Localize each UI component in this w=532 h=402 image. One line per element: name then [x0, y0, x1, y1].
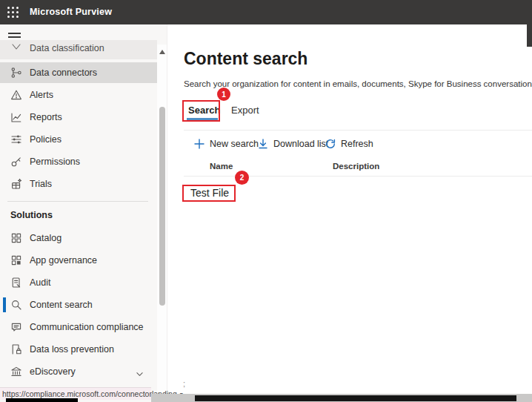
sidebar-item-label: Data connectors	[30, 67, 97, 78]
grid-icon	[10, 232, 22, 244]
chevron-down-icon[interactable]	[136, 368, 144, 381]
sidebar-item-ediscovery[interactable]: eDiscovery	[0, 361, 157, 382]
page-subtitle: Search your organization for content in …	[184, 79, 532, 88]
data-connectors-icon	[10, 67, 22, 79]
refresh-icon	[325, 138, 336, 150]
sidebar-item-label: Audit	[30, 277, 51, 288]
sidebar-item-label: App governance	[30, 255, 97, 266]
topbar: Microsoft Purview	[0, 0, 532, 24]
column-header-name[interactable]: Name	[210, 162, 233, 171]
sidebar-item-catalog[interactable]: Catalog	[0, 228, 157, 248]
annotation-box-test-file	[182, 185, 236, 202]
sidebar-item-data-loss-prevention[interactable]: Data loss prevention	[0, 339, 157, 360]
sidebar-item-audit[interactable]: Audit	[0, 272, 157, 293]
ediscovery-building-icon	[10, 366, 22, 378]
scroll-up-arrow-icon[interactable]	[159, 50, 165, 54]
app-launcher-icon[interactable]	[4, 4, 21, 21]
content-area: Content search Search your organization …	[167, 24, 532, 394]
sidebar-item-label: Communication compliance	[30, 322, 144, 332]
selected-indicator	[3, 297, 6, 312]
sliders-icon	[10, 134, 22, 145]
sidebar-item-reports[interactable]: Reports	[0, 107, 157, 128]
alert-triangle-icon	[10, 89, 22, 101]
annotation-step-1-badge: 1	[217, 88, 230, 101]
sidebar-scrollbar[interactable]	[157, 45, 167, 394]
sidebar-item-label: Reports	[30, 112, 62, 122]
refresh-button[interactable]: Refresh	[325, 137, 373, 150]
sidebar-item-label: Catalog	[30, 233, 61, 243]
data-classification-icon	[10, 42, 22, 54]
sidebar-item-policies[interactable]: Policies	[0, 129, 157, 150]
grid-apps-icon	[10, 254, 22, 266]
sidebar-item-label: Data classification	[30, 43, 104, 53]
column-header-description[interactable]: Description	[333, 162, 379, 171]
bottom-left-artifact	[6, 398, 78, 402]
document-lock-icon	[10, 343, 22, 355]
sidebar-item-label: Trials	[30, 179, 52, 189]
sidebar-item-app-governance[interactable]: App governance	[0, 250, 157, 271]
sidebar-item-permissions[interactable]: Permissions	[0, 151, 157, 172]
new-search-button[interactable]: New search	[193, 137, 259, 150]
annotation-step-2-badge: 2	[235, 171, 249, 185]
sidebar-item-data-classification[interactable]: Data classification	[0, 40, 157, 59]
page-title: Content search	[184, 49, 307, 69]
sidebar-item-data-connectors[interactable]: Data connectors	[0, 62, 157, 83]
app-title: Microsoft Purview	[30, 0, 112, 24]
key-icon	[10, 156, 22, 168]
sidebar-item-alerts[interactable]: Alerts	[0, 85, 157, 105]
search-icon	[10, 299, 22, 311]
sidebar-section-solutions: Solutions	[10, 208, 53, 223]
sidebar-item-label: Permissions	[30, 156, 80, 167]
line-chart-icon	[10, 111, 22, 123]
sidebar-scrollbar-thumb[interactable]	[159, 107, 165, 306]
app-window: Microsoft Purview Data classification Da…	[0, 0, 532, 402]
sidebar-item-communication-compliance[interactable]: Communication compliance	[0, 317, 157, 337]
sidebar-item-content-search[interactable]: Content search	[0, 294, 157, 315]
trial-box-icon	[10, 178, 22, 190]
download-list-button[interactable]: Download list	[257, 137, 328, 150]
plus-icon	[193, 138, 205, 150]
sidebar-item-trials[interactable]: Trials	[0, 174, 157, 194]
horizontal-scrollbar[interactable]	[151, 394, 532, 402]
tab-strip-divider	[184, 130, 532, 131]
sidebar-item-label: Alerts	[30, 90, 53, 100]
tab-export[interactable]: Export	[231, 105, 259, 116]
download-icon	[257, 138, 269, 150]
horizontal-scrollbar-thumb[interactable]	[195, 395, 516, 401]
right-edge-panel	[527, 24, 532, 47]
chat-bubble-icon	[10, 321, 22, 333]
sidebar-divider	[7, 201, 148, 202]
sidebar-item-label: Data loss prevention	[30, 344, 114, 355]
annotation-box-search-tab	[182, 100, 220, 122]
sidebar: Data classification Data connectors Aler…	[0, 24, 167, 402]
audit-document-icon	[10, 277, 22, 289]
sidebar-item-label: Policies	[30, 134, 61, 145]
stray-character: ;	[183, 379, 185, 388]
sidebar-item-label: eDiscovery	[30, 366, 76, 377]
sidebar-item-label: Content search	[30, 300, 93, 310]
